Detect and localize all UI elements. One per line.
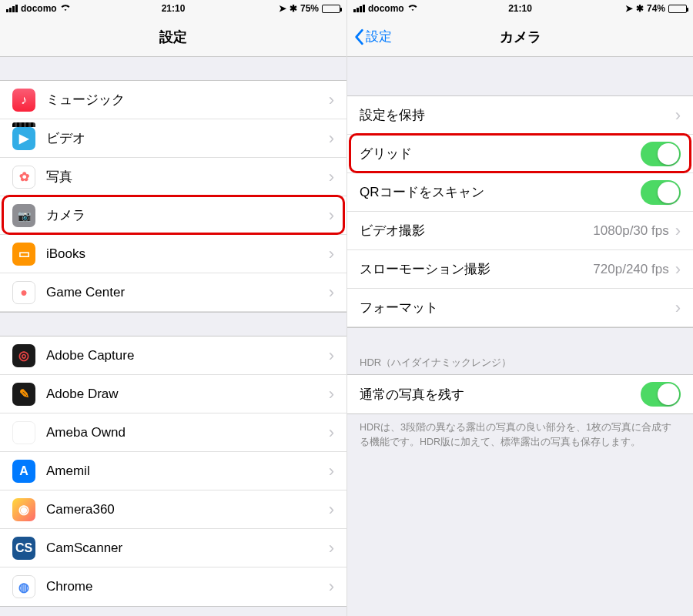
nav-header: 設定 カメラ <box>347 17 693 57</box>
row-label: Ameba Ownd <box>46 425 329 440</box>
row-amemil[interactable]: A Amemil › <box>0 452 346 490</box>
chevron-right-icon: › <box>329 244 334 264</box>
carrier-label: docomo <box>368 3 404 14</box>
row-label: Adobe Capture <box>46 348 329 363</box>
chevron-right-icon: › <box>329 283 334 303</box>
chevron-right-icon: › <box>675 259 681 280</box>
row-label: グリッド <box>360 145 641 162</box>
chevron-left-icon <box>353 28 364 45</box>
chevron-right-icon: › <box>675 105 681 126</box>
row-camscanner[interactable]: CS CamScanner › <box>0 529 346 567</box>
photos-icon: ✿ <box>12 166 35 189</box>
row-value: 720p/240 fps <box>593 262 668 277</box>
camera-icon: 📷 <box>12 204 35 227</box>
row-label: Camera360 <box>46 502 329 517</box>
keep-normal-toggle[interactable] <box>641 382 681 407</box>
battery-pct: 74% <box>647 3 665 14</box>
settings-group-media: ♪ ミュージック › ▶ ビデオ › ✿ 写真 › 📷 カメラ › ▭ iBoo… <box>0 80 346 313</box>
row-label: ビデオ撮影 <box>360 222 593 239</box>
row-label: ビデオ <box>46 129 329 147</box>
adobe-draw-icon: ✎ <box>12 383 35 406</box>
row-label: 通常の写真を残す <box>360 386 641 403</box>
row-gamecenter[interactable]: ● Game Center › <box>0 273 346 312</box>
status-bar: docomo 21:10 ➤ ✱ 74% <box>347 0 693 17</box>
row-camera360[interactable]: ◉ Camera360 › <box>0 490 346 529</box>
gamecenter-icon: ● <box>12 281 35 304</box>
row-record-slomo[interactable]: スローモーション撮影 720p/240 fps › <box>347 250 693 289</box>
row-keep-normal-photo[interactable]: 通常の写真を残す <box>347 375 693 413</box>
status-time: 21:10 <box>162 3 186 14</box>
row-formats[interactable]: フォーマット › <box>347 289 693 327</box>
video-icon: ▶ <box>12 127 35 150</box>
row-label: Adobe Draw <box>46 387 329 402</box>
row-grid[interactable]: グリッド <box>347 135 693 173</box>
music-icon: ♪ <box>12 89 35 112</box>
grid-toggle[interactable] <box>641 142 681 166</box>
back-label: 設定 <box>366 28 392 45</box>
row-label: 写真 <box>46 168 329 186</box>
back-button[interactable]: 設定 <box>353 28 392 45</box>
row-preserve-settings[interactable]: 設定を保持 › <box>347 96 693 135</box>
hdr-note: HDRは、3段階の異なる露出の写真の良い部分を、1枚の写真に合成する機能です。H… <box>347 414 693 456</box>
row-label: Amemil <box>46 464 329 479</box>
row-record-video[interactable]: ビデオ撮影 1080p/30 fps › <box>347 212 693 250</box>
chevron-right-icon: › <box>329 129 334 149</box>
chrome-icon: ◍ <box>12 575 35 598</box>
row-value: 1080p/30 fps <box>593 223 668 239</box>
chevron-right-icon: › <box>329 538 334 558</box>
ibooks-icon: ▭ <box>12 243 35 266</box>
signal-icon <box>6 5 18 12</box>
row-photos[interactable]: ✿ 写真 › <box>0 158 346 196</box>
row-video[interactable]: ▶ ビデオ › <box>0 119 346 158</box>
chevron-right-icon: › <box>329 90 334 110</box>
row-chrome[interactable]: ◍ Chrome › <box>0 567 346 606</box>
battery-icon <box>668 5 687 13</box>
camscanner-icon: CS <box>12 537 35 560</box>
nav-header: 設定 <box>0 17 346 57</box>
row-label: Chrome <box>46 579 329 594</box>
row-label: フォーマット <box>360 299 675 316</box>
bluetooth-icon: ✱ <box>290 3 297 14</box>
location-icon: ➤ <box>625 3 633 14</box>
row-camera[interactable]: 📷 カメラ › <box>0 196 346 235</box>
chevron-right-icon: › <box>329 167 334 187</box>
row-adobe-draw[interactable]: ✎ Adobe Draw › <box>0 375 346 413</box>
wifi-icon <box>407 3 418 14</box>
page-title: 設定 <box>159 28 187 46</box>
battery-icon <box>322 5 340 13</box>
battery-pct: 75% <box>300 3 319 14</box>
chevron-right-icon: › <box>329 384 334 404</box>
qr-toggle[interactable] <box>641 180 681 205</box>
row-label: iBooks <box>46 246 329 262</box>
hdr-settings-list: 通常の写真を残す <box>347 374 693 414</box>
row-ibooks[interactable]: ▭ iBooks › <box>0 235 346 273</box>
row-label: ミュージック <box>46 91 329 109</box>
wifi-icon <box>60 3 71 14</box>
chevron-right-icon: › <box>329 461 334 481</box>
row-label: CamScanner <box>46 541 329 556</box>
location-icon: ➤ <box>279 3 286 14</box>
page-title: カメラ <box>500 28 541 46</box>
chevron-right-icon: › <box>329 423 334 443</box>
chevron-right-icon: › <box>329 346 334 366</box>
row-label: 設定を保持 <box>360 106 675 124</box>
row-adobe-capture[interactable]: ◎ Adobe Capture › <box>0 336 346 375</box>
adobe-capture-icon: ◎ <box>12 344 35 367</box>
status-time: 21:10 <box>508 3 532 14</box>
row-label: カメラ <box>46 206 329 224</box>
chevron-right-icon: › <box>329 500 334 520</box>
row-label: スローモーション撮影 <box>360 260 593 278</box>
signal-icon <box>353 5 365 12</box>
row-scan-qr[interactable]: QRコードをスキャン <box>347 173 693 212</box>
row-ameba-ownd[interactable]: O Ameba Ownd › <box>0 413 346 452</box>
chevron-right-icon: › <box>329 577 334 597</box>
chevron-right-icon: › <box>329 206 334 226</box>
camera-settings-list: 設定を保持 › グリッド QRコードをスキャン ビデオ撮影 1080p/30 f… <box>347 95 693 328</box>
carrier-label: docomo <box>21 3 57 14</box>
row-label: QRコードをスキャン <box>360 183 641 201</box>
row-music[interactable]: ♪ ミュージック › <box>0 81 346 119</box>
camera-settings-screen: docomo 21:10 ➤ ✱ 74% 設定 カメラ 設定を保持 › グリッド <box>346 0 693 616</box>
hdr-section-label: HDR（ハイダイナミックレンジ） <box>347 350 693 374</box>
camera360-icon: ◉ <box>12 498 35 521</box>
row-label: Game Center <box>46 285 329 300</box>
